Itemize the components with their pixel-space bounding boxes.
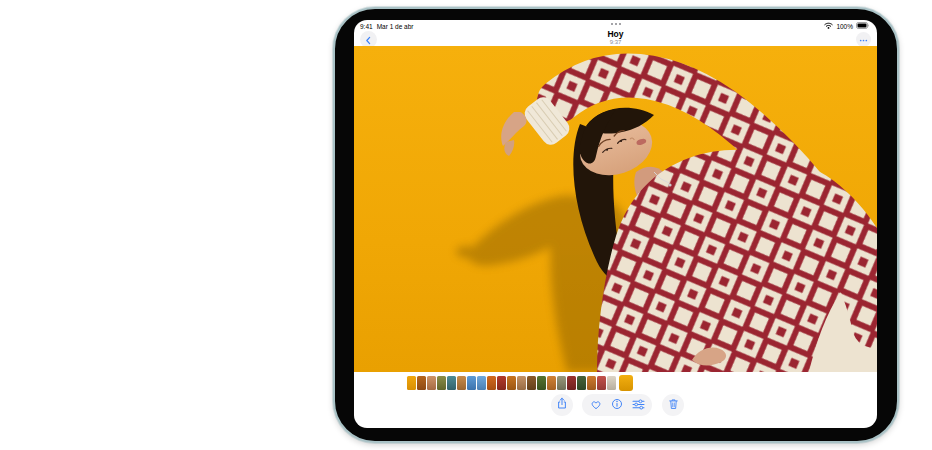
filmstrip-thumbnail[interactable] — [537, 376, 546, 390]
heart-icon — [590, 396, 602, 414]
filmstrip-thumbnail[interactable] — [567, 376, 576, 390]
share-button[interactable] — [551, 394, 573, 416]
battery-icon — [856, 22, 870, 30]
filmstrip-thumbnail[interactable] — [417, 376, 426, 390]
info-button[interactable] — [609, 397, 625, 413]
filmstrip-thumbnail[interactable] — [457, 376, 466, 390]
multitasking-indicator[interactable] — [611, 23, 621, 25]
more-button[interactable] — [856, 32, 871, 47]
filmstrip-selected-thumbnail[interactable] — [619, 375, 633, 391]
photo-actions-pill — [582, 394, 652, 416]
photo-time-subtitle: 9:37 — [607, 39, 623, 46]
trash-icon — [668, 396, 679, 414]
status-date: Mar 1 de abr — [377, 23, 414, 30]
filmstrip-thumbnail[interactable] — [577, 376, 586, 390]
wifi-icon — [824, 22, 833, 30]
battery-percent: 100% — [836, 23, 853, 30]
filmstrip-thumbnail[interactable] — [607, 376, 616, 390]
share-icon — [556, 396, 568, 414]
filmstrip-thumbnail[interactable] — [557, 376, 566, 390]
status-time: 9:41 — [360, 23, 373, 30]
favorite-button[interactable] — [588, 397, 604, 413]
filmstrip-thumbnail[interactable] — [587, 376, 596, 390]
filmstrip-thumbnail[interactable] — [547, 376, 556, 390]
filmstrip-thumbnail[interactable] — [497, 376, 506, 390]
filmstrip[interactable] — [407, 376, 616, 390]
photo-image — [354, 46, 877, 372]
page-title: Hoy — [607, 29, 623, 39]
filmstrip-thumbnail[interactable] — [507, 376, 516, 390]
sliders-icon — [632, 396, 645, 414]
title-block: Hoy 9:37 — [607, 29, 623, 46]
filmstrip-thumbnail[interactable] — [597, 376, 606, 390]
filmstrip-thumbnail[interactable] — [517, 376, 526, 390]
screen: 9:41 Mar 1 de abr 100% H — [354, 20, 877, 428]
filmstrip-thumbnail[interactable] — [437, 376, 446, 390]
ipad-device-frame: 9:41 Mar 1 de abr 100% H — [333, 7, 899, 443]
filmstrip-thumbnail[interactable] — [427, 376, 436, 390]
filmstrip-thumbnail[interactable] — [407, 376, 416, 390]
info-icon — [611, 396, 623, 414]
status-left: 9:41 Mar 1 de abr — [360, 23, 414, 30]
photo-viewer[interactable] — [354, 46, 877, 372]
filmstrip-thumbnail[interactable] — [477, 376, 486, 390]
adjust-button[interactable] — [631, 397, 647, 413]
filmstrip-thumbnail[interactable] — [467, 376, 476, 390]
filmstrip-thumbnail[interactable] — [447, 376, 456, 390]
status-right: 100% — [824, 22, 870, 30]
filmstrip-thumbnail[interactable] — [487, 376, 496, 390]
filmstrip-thumbnail[interactable] — [527, 376, 536, 390]
delete-button[interactable] — [662, 394, 684, 416]
